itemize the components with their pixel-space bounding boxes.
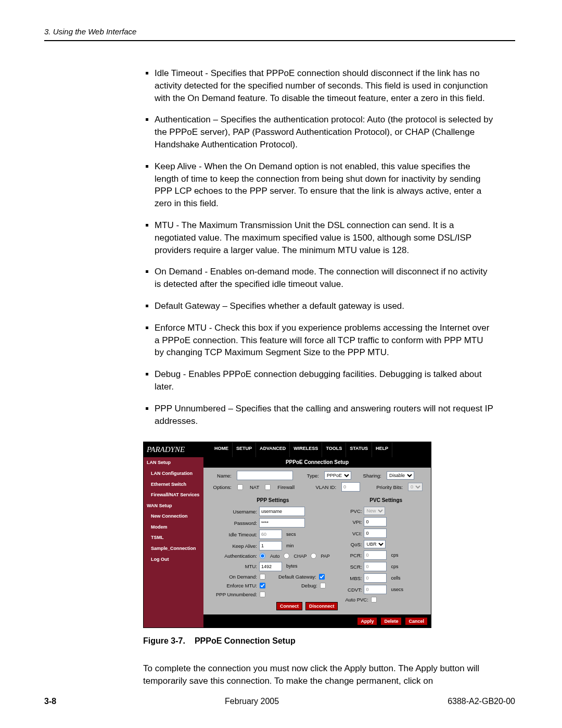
scr-label: SCR:	[345, 563, 362, 570]
keep-label: Keep Alive:	[208, 543, 257, 549]
list-item: Default Gateway – Specifies whether a de…	[155, 300, 494, 312]
list-item: Authentication – Specifies the authentic…	[155, 114, 494, 150]
username-input[interactable]	[259, 507, 305, 516]
qos-select[interactable]: UBR	[364, 540, 386, 548]
list-item: MTU - The Maximum Transmission Unit the …	[155, 219, 494, 256]
auth-chap-radio[interactable]	[283, 553, 289, 559]
cancel-button[interactable]: Cancel	[405, 617, 428, 625]
scr-unit: cps	[391, 563, 398, 570]
type-label: Type:	[298, 472, 319, 479]
firewall-text: Firewall	[277, 484, 295, 491]
ppp-unnumbered-label: PPP Unnumbered:	[208, 591, 257, 598]
mtu-input[interactable]	[259, 562, 282, 571]
ppp-settings-title: PPP Settings	[208, 497, 338, 504]
tab-setup[interactable]: SETUP	[233, 442, 256, 457]
name-label: Name:	[208, 472, 232, 479]
enforce-mtu-checkbox[interactable]	[260, 583, 265, 588]
mbs-input[interactable]	[364, 573, 387, 583]
auth-chap-text: CHAP	[294, 553, 307, 560]
tab-advanced[interactable]: ADVANCED	[256, 442, 290, 457]
apply-button[interactable]: Apply	[357, 617, 377, 625]
idle-input[interactable]	[259, 530, 282, 539]
auth-auto-radio[interactable]	[260, 553, 265, 559]
debug-label: Debug:	[301, 582, 317, 589]
page-footer: 3-8 February 2005 6388-A2-GB20-00	[44, 696, 515, 707]
name-input[interactable]	[237, 471, 293, 480]
debug-checkbox[interactable]	[320, 583, 326, 588]
auth-label: Authentication:	[208, 553, 257, 559]
auth-auto-text: Auto	[270, 553, 280, 560]
tab-help[interactable]: HELP	[372, 442, 392, 457]
idle-unit: secs	[286, 531, 296, 538]
sidebar: LAN Setup LAN Configuration Ethernet Swi…	[144, 457, 203, 627]
connect-button[interactable]: Connect	[276, 602, 302, 610]
scr-input[interactable]	[364, 562, 387, 571]
cdvt-unit: usecs	[391, 586, 403, 593]
vlan-input[interactable]	[341, 482, 360, 492]
page-title: PPPoE Connection Setup	[203, 457, 431, 468]
ondemand-label: On Demand:	[208, 573, 257, 580]
enforce-mtu-label: Enforce MTU:	[208, 582, 257, 589]
running-header: 3. Using the Web Interface	[44, 26, 515, 37]
ppp-unnumbered-checkbox[interactable]	[260, 592, 265, 597]
list-item: On Demand - Enables on-demand mode. The …	[155, 266, 494, 291]
tab-wireless[interactable]: WIRELESS	[290, 442, 322, 457]
options-label: Options:	[208, 484, 232, 491]
cdvt-input[interactable]	[364, 585, 387, 594]
sharing-select[interactable]: Disable	[387, 471, 414, 480]
pcr-input[interactable]	[364, 550, 387, 560]
default-gateway-label: Default Gateway:	[278, 573, 316, 580]
password-input[interactable]	[259, 518, 305, 528]
vci-input[interactable]	[364, 529, 387, 538]
vpi-input[interactable]	[364, 517, 387, 526]
list-item: Keep Alive - When the On Demand option i…	[155, 160, 494, 210]
top-nav: HOME SETUP ADVANCED WIRELESS TOOLS STATU…	[211, 442, 431, 457]
disconnect-button[interactable]: Disconnect	[305, 602, 338, 610]
footer-date: February 2005	[225, 696, 279, 707]
ondemand-checkbox[interactable]	[260, 574, 265, 580]
type-select[interactable]: PPPoE	[324, 471, 351, 480]
brand-logo: PARADYNE	[144, 442, 211, 457]
sidebar-item-new-conn[interactable]: New Connection	[144, 511, 203, 522]
auth-pap-radio[interactable]	[311, 553, 316, 559]
footer-docid: 6388-A2-GB20-00	[448, 696, 515, 707]
sidebar-item-firewall-nat[interactable]: Firewall/NAT Services	[144, 489, 203, 500]
list-item: PPP Unnumbered – Specifies that the call…	[155, 403, 494, 428]
vpi-label: VPI:	[345, 519, 362, 525]
mtu-unit: bytes	[286, 563, 298, 570]
sidebar-head-lan: LAN Setup	[144, 457, 203, 468]
vci-label: VCI:	[345, 530, 362, 537]
sidebar-item-eth-switch[interactable]: Ethernet Switch	[144, 479, 203, 490]
sidebar-item-tsml[interactable]: TSML	[144, 532, 203, 543]
header-rule	[44, 40, 515, 41]
default-gateway-checkbox[interactable]	[319, 574, 325, 580]
keep-input[interactable]	[259, 541, 282, 550]
cdvt-label: CDVT:	[345, 586, 362, 593]
autopvc-checkbox[interactable]	[371, 597, 377, 603]
vlan-label: VLAN ID:	[310, 484, 336, 491]
pvc-label: PVC:	[345, 508, 362, 514]
auth-pap-text: PAP	[321, 553, 330, 560]
firewall-checkbox[interactable]	[265, 484, 271, 490]
sidebar-item-modem[interactable]: Modem	[144, 522, 203, 533]
pvc-select[interactable]: New	[364, 507, 385, 515]
screenshot-pppoe-setup: PARADYNE HOME SETUP ADVANCED WIRELESS TO…	[143, 442, 431, 627]
tab-tools[interactable]: TOOLS	[322, 442, 346, 457]
nat-text: NAT	[250, 484, 259, 491]
idle-label: Idle Timeout:	[208, 531, 257, 538]
figure-caption: Figure 3-7.PPPoE Connection Setup	[143, 635, 494, 647]
pvc-settings-title: PVC Settings	[345, 497, 427, 504]
tab-home[interactable]: HOME	[211, 442, 233, 457]
delete-button[interactable]: Delete	[380, 617, 402, 625]
tab-status[interactable]: STATUS	[346, 442, 372, 457]
sidebar-item-lan-config[interactable]: LAN Configuration	[144, 468, 203, 479]
password-label: Password:	[208, 520, 257, 526]
sidebar-item-sample-conn[interactable]: Sample_Connection	[144, 543, 203, 554]
priority-label: Priority Bits:	[372, 484, 403, 491]
list-item: Debug - Enables PPPoE connection debuggi…	[155, 368, 494, 393]
priority-select[interactable]: 0	[408, 483, 423, 491]
figure-number: Figure 3-7.	[143, 636, 185, 645]
sharing-label: Sharing:	[356, 472, 381, 479]
nat-checkbox[interactable]	[237, 484, 243, 490]
sidebar-item-logout[interactable]: Log Out	[144, 554, 203, 565]
